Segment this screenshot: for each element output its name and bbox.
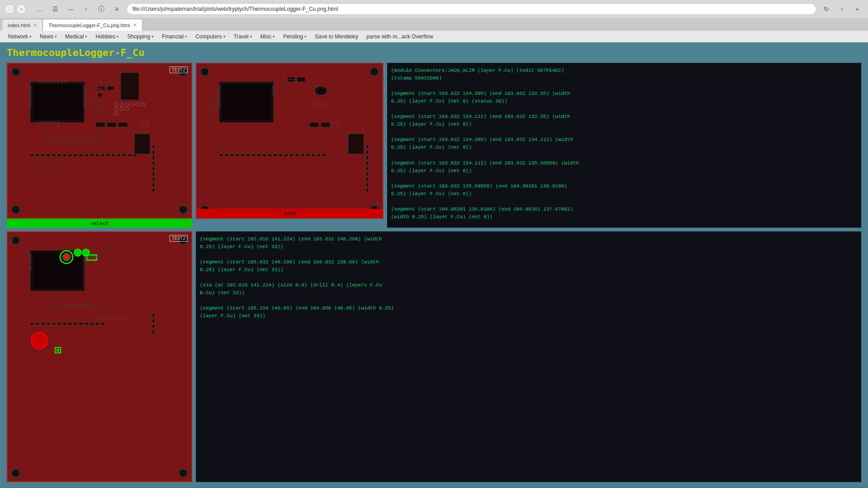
bookmark-computers[interactable]: Computers ▾	[192, 33, 229, 41]
svg-rect-133	[297, 77, 305, 82]
code-panel-top[interactable]: (module Connectors:JACK_ALIM (layer F.Cu…	[387, 63, 861, 228]
svg-rect-151	[219, 154, 223, 156]
code-line-7: (segment (start 103.632 134.305) (end 10…	[391, 136, 857, 144]
bookmark-computers-arrow: ▾	[223, 34, 226, 39]
add-bookmark-button[interactable]: +	[851, 3, 863, 15]
svg-rect-158	[257, 154, 261, 156]
svg-rect-21	[50, 81, 52, 83]
tab-main-close[interactable]: ✕	[133, 23, 137, 28]
svg-rect-179	[366, 188, 368, 192]
svg-rect-29	[50, 122, 52, 123]
svg-point-121	[31, 333, 47, 349]
status-green-text: select	[90, 221, 108, 226]
svg-rect-123	[57, 349, 59, 352]
info-icon[interactable]: ⓘ	[95, 3, 108, 15]
svg-point-40	[136, 103, 140, 106]
svg-rect-177	[366, 178, 368, 181]
page-title: ThermocoupleLogger-F_Cu	[7, 47, 861, 58]
code-line-8: 0.25) (layer F.Cu) (net 8))	[391, 144, 857, 151]
status-bar-red: e309	[197, 209, 382, 218]
svg-rect-118	[152, 319, 155, 323]
svg-rect-95	[84, 260, 85, 262]
bookmark-financial[interactable]: Financial ▾	[158, 33, 191, 41]
svg-rect-159	[263, 154, 266, 156]
svg-point-36	[114, 103, 118, 106]
top-right-row: e309 (module Connectors:JACK_ALIM (layer…	[196, 63, 861, 228]
svg-rect-19	[43, 81, 44, 83]
svg-rect-69	[152, 161, 155, 165]
tab-index[interactable]: index.html ✕	[2, 19, 42, 31]
pcb-panel-top-right: e309	[196, 63, 383, 219]
svg-rect-63	[123, 154, 126, 156]
svg-rect-114	[90, 323, 94, 325]
svg-rect-51	[57, 154, 61, 156]
share-icon[interactable]: ↑	[80, 3, 92, 15]
status-red-text: e309	[283, 211, 296, 216]
svg-point-126	[107, 316, 111, 320]
svg-rect-88	[29, 258, 31, 259]
svg-point-125	[101, 316, 106, 320]
tab-main[interactable]: ThermocoupleLogger-F_Cu.png.html ✕	[42, 19, 142, 31]
code-line-3: (segment (start 103.632 134.305) (end 10…	[391, 90, 857, 98]
svg-rect-89	[29, 260, 31, 262]
code-line-blank-5	[391, 175, 857, 183]
svg-point-83	[142, 130, 145, 133]
back-button[interactable]: ‹	[5, 4, 14, 14]
bookmark-shopping[interactable]: Shopping ▾	[123, 33, 157, 41]
svg-rect-7	[29, 100, 31, 101]
history-icon[interactable]: ☰	[49, 3, 61, 15]
bookmark-network-arrow: ▾	[29, 34, 32, 39]
svg-rect-150	[273, 94, 274, 96]
svg-rect-26	[39, 122, 41, 123]
svg-rect-103	[30, 323, 34, 325]
svg-rect-105	[41, 323, 45, 325]
bookmark-parse[interactable]: parse with m...ack Overflow	[363, 33, 437, 41]
svg-rect-1	[33, 84, 82, 120]
bookmark-misc-arrow: ▾	[273, 34, 275, 39]
grid-icon[interactable]: …	[33, 3, 46, 15]
location-icon[interactable]: ⸻	[64, 3, 77, 15]
svg-rect-23	[57, 81, 59, 83]
svg-rect-117	[152, 314, 155, 317]
svg-rect-169	[317, 154, 321, 156]
bookmark-pending[interactable]: Pending ▾	[279, 33, 310, 41]
address-bar[interactable]: file:///Users/johnpateman/trial/plots/we…	[127, 3, 816, 15]
bookmark-pending-label: Pending	[283, 33, 303, 40]
bookmark-mendeley[interactable]: Save to Mendeley	[311, 33, 362, 41]
tab-main-label: ThermocoupleLogger-F_Cu.png.html	[48, 23, 130, 28]
code-bottom-blank-1	[200, 251, 857, 258]
svg-rect-139	[218, 86, 220, 88]
svg-rect-104	[36, 323, 39, 325]
svg-rect-49	[47, 154, 50, 156]
menu-icon[interactable]: ≡	[110, 3, 123, 15]
svg-rect-176	[366, 172, 368, 176]
upload-button[interactable]: ↑	[835, 3, 848, 15]
svg-rect-156	[246, 154, 250, 156]
bookmark-medical[interactable]: Medical ▾	[61, 33, 91, 41]
pcb-svg-top-left	[8, 64, 191, 218]
reload-button[interactable]: ↻	[820, 3, 833, 15]
toolbar-right: ↻ ↑ +	[820, 3, 863, 15]
svg-rect-171	[366, 145, 368, 149]
bookmark-travel-arrow: ▾	[250, 34, 252, 39]
bookmark-medical-label: Medical	[65, 33, 84, 40]
svg-rect-168	[311, 154, 315, 156]
svg-rect-113	[85, 323, 88, 325]
tab-index-close[interactable]: ✕	[33, 23, 37, 28]
svg-point-182	[335, 121, 338, 124]
svg-rect-53	[68, 154, 72, 156]
svg-rect-24	[61, 81, 62, 83]
code-panel-bottom[interactable]: (segment (start 102.616 141.224) (end 10…	[196, 231, 861, 482]
forward-button[interactable]: ›	[16, 4, 26, 14]
svg-rect-161	[274, 154, 277, 156]
bookmark-network[interactable]: Network ▾	[5, 33, 35, 41]
bookmark-travel[interactable]: Travel ▾	[230, 33, 256, 41]
svg-rect-157	[252, 154, 255, 156]
svg-rect-185	[310, 122, 319, 127]
bookmark-misc[interactable]: Misc ▾	[257, 33, 279, 41]
code-line-blank-3	[391, 128, 857, 136]
bookmark-news[interactable]: News ▾	[36, 33, 61, 41]
bookmark-hobbies[interactable]: Hobbies ▾	[92, 33, 123, 41]
code-bottom-line-6: B.Cu) (net 33))	[200, 289, 857, 297]
svg-rect-61	[112, 154, 115, 156]
